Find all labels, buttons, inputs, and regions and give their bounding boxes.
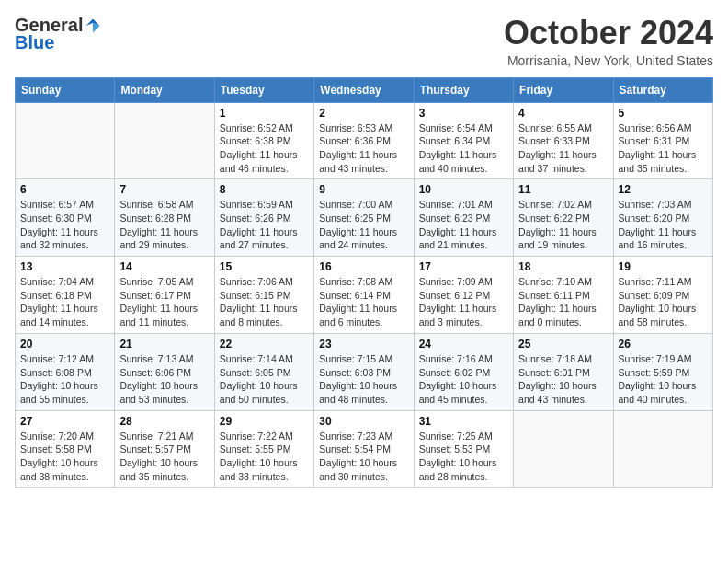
day-number: 10 <box>419 183 508 196</box>
logo: General Blue <box>15 15 101 53</box>
day-number: 17 <box>419 260 508 273</box>
day-info: Sunrise: 7:16 AMSunset: 6:02 PMDaylight:… <box>419 352 508 407</box>
day-info: Sunrise: 7:09 AMSunset: 6:12 PMDaylight:… <box>419 275 508 329</box>
title-area: October 2024 Morrisania, New York, Unite… <box>504 15 713 68</box>
calendar-week-row: 6Sunrise: 6:57 AMSunset: 6:30 PMDaylight… <box>16 179 713 257</box>
day-number: 11 <box>518 183 608 196</box>
day-number: 3 <box>419 107 508 120</box>
day-number: 24 <box>419 338 508 350</box>
weekday-header-tuesday: Tuesday <box>214 77 313 102</box>
day-number: 16 <box>319 260 408 273</box>
day-info: Sunrise: 7:19 AMSunset: 5:59 PMDaylight:… <box>619 352 708 407</box>
calendar-cell: 22Sunrise: 7:14 AMSunset: 6:05 PMDayligh… <box>214 333 313 410</box>
day-number: 4 <box>518 107 608 120</box>
day-number: 12 <box>619 183 708 196</box>
day-number: 14 <box>119 260 209 273</box>
day-number: 20 <box>20 338 109 350</box>
calendar-cell: 24Sunrise: 7:16 AMSunset: 6:02 PMDayligh… <box>414 333 513 410</box>
day-info: Sunrise: 7:06 AMSunset: 6:15 PMDaylight:… <box>220 275 309 329</box>
calendar-cell: 20Sunrise: 7:12 AMSunset: 6:08 PMDayligh… <box>16 333 115 410</box>
page-header: General Blue October 2024 Morrisania, Ne… <box>15 15 713 68</box>
day-info: Sunrise: 7:02 AMSunset: 6:22 PMDaylight:… <box>518 198 608 252</box>
day-info: Sunrise: 7:22 AMSunset: 5:55 PMDaylight:… <box>220 430 309 484</box>
day-number: 30 <box>319 415 408 428</box>
calendar-cell: 2Sunrise: 6:53 AMSunset: 6:36 PMDaylight… <box>314 102 414 179</box>
day-number: 8 <box>220 183 309 196</box>
calendar-cell: 29Sunrise: 7:22 AMSunset: 5:55 PMDayligh… <box>214 410 313 488</box>
day-number: 23 <box>319 338 408 350</box>
calendar-table: SundayMondayTuesdayWednesdayThursdayFrid… <box>15 77 713 488</box>
day-info: Sunrise: 7:12 AMSunset: 6:08 PMDaylight:… <box>20 352 109 407</box>
calendar-cell: 27Sunrise: 7:20 AMSunset: 5:58 PMDayligh… <box>16 410 115 488</box>
day-info: Sunrise: 7:14 AMSunset: 6:05 PMDaylight:… <box>220 352 309 407</box>
calendar-cell: 9Sunrise: 7:00 AMSunset: 6:25 PMDaylight… <box>314 179 414 257</box>
day-info: Sunrise: 6:59 AMSunset: 6:26 PMDaylight:… <box>220 198 309 252</box>
day-info: Sunrise: 7:05 AMSunset: 6:17 PMDaylight:… <box>119 275 209 329</box>
weekday-header-thursday: Thursday <box>414 77 513 102</box>
calendar-week-row: 20Sunrise: 7:12 AMSunset: 6:08 PMDayligh… <box>16 333 713 410</box>
day-info: Sunrise: 7:23 AMSunset: 5:54 PMDaylight:… <box>319 430 408 484</box>
calendar-cell: 5Sunrise: 6:56 AMSunset: 6:31 PMDaylight… <box>613 102 712 179</box>
day-info: Sunrise: 7:15 AMSunset: 6:03 PMDaylight:… <box>319 352 408 407</box>
calendar-cell: 19Sunrise: 7:11 AMSunset: 6:09 PMDayligh… <box>613 257 712 334</box>
weekday-header-sunday: Sunday <box>16 77 115 102</box>
month-title: October 2024 <box>504 15 713 52</box>
calendar-cell: 3Sunrise: 6:54 AMSunset: 6:34 PMDaylight… <box>414 102 513 179</box>
day-number: 21 <box>119 338 209 350</box>
day-number: 13 <box>20 260 109 273</box>
calendar-cell: 31Sunrise: 7:25 AMSunset: 5:53 PMDayligh… <box>414 410 513 488</box>
weekday-header-saturday: Saturday <box>613 77 712 102</box>
day-info: Sunrise: 7:18 AMSunset: 6:01 PMDaylight:… <box>518 352 608 407</box>
calendar-cell: 8Sunrise: 6:59 AMSunset: 6:26 PMDaylight… <box>214 179 313 257</box>
calendar-cell <box>16 102 115 179</box>
calendar-cell: 25Sunrise: 7:18 AMSunset: 6:01 PMDayligh… <box>514 333 613 410</box>
calendar-cell: 16Sunrise: 7:08 AMSunset: 6:14 PMDayligh… <box>314 257 414 334</box>
calendar-cell: 10Sunrise: 7:01 AMSunset: 6:23 PMDayligh… <box>414 179 513 257</box>
calendar-cell <box>514 410 613 488</box>
calendar-cell: 17Sunrise: 7:09 AMSunset: 6:12 PMDayligh… <box>414 257 513 334</box>
calendar-cell: 28Sunrise: 7:21 AMSunset: 5:57 PMDayligh… <box>115 410 214 488</box>
day-number: 29 <box>220 415 309 428</box>
day-info: Sunrise: 7:10 AMSunset: 6:11 PMDaylight:… <box>518 275 608 329</box>
day-info: Sunrise: 6:53 AMSunset: 6:36 PMDaylight:… <box>319 121 408 176</box>
weekday-header-wednesday: Wednesday <box>314 77 414 102</box>
day-info: Sunrise: 6:58 AMSunset: 6:28 PMDaylight:… <box>119 198 209 252</box>
calendar-cell: 11Sunrise: 7:02 AMSunset: 6:22 PMDayligh… <box>514 179 613 257</box>
day-number: 7 <box>119 183 209 196</box>
day-number: 15 <box>220 260 309 273</box>
calendar-cell: 1Sunrise: 6:52 AMSunset: 6:38 PMDaylight… <box>214 102 313 179</box>
day-number: 31 <box>419 415 508 428</box>
day-number: 5 <box>619 107 708 120</box>
logo-blue: Blue <box>15 32 54 53</box>
day-info: Sunrise: 7:20 AMSunset: 5:58 PMDaylight:… <box>20 430 109 484</box>
day-number: 26 <box>619 338 708 350</box>
calendar-cell <box>115 102 214 179</box>
calendar-week-row: 27Sunrise: 7:20 AMSunset: 5:58 PMDayligh… <box>16 410 713 488</box>
day-info: Sunrise: 6:54 AMSunset: 6:34 PMDaylight:… <box>419 121 508 176</box>
calendar-cell: 7Sunrise: 6:58 AMSunset: 6:28 PMDaylight… <box>115 179 214 257</box>
weekday-header-row: SundayMondayTuesdayWednesdayThursdayFrid… <box>16 77 713 102</box>
calendar-cell: 13Sunrise: 7:04 AMSunset: 6:18 PMDayligh… <box>16 257 115 334</box>
day-info: Sunrise: 6:56 AMSunset: 6:31 PMDaylight:… <box>619 121 708 176</box>
day-info: Sunrise: 6:57 AMSunset: 6:30 PMDaylight:… <box>20 198 109 252</box>
calendar-cell: 6Sunrise: 6:57 AMSunset: 6:30 PMDaylight… <box>16 179 115 257</box>
day-number: 2 <box>319 107 408 120</box>
day-number: 19 <box>619 260 708 273</box>
calendar-cell: 15Sunrise: 7:06 AMSunset: 6:15 PMDayligh… <box>214 257 313 334</box>
day-number: 1 <box>220 107 309 120</box>
calendar-cell: 23Sunrise: 7:15 AMSunset: 6:03 PMDayligh… <box>314 333 414 410</box>
weekday-header-monday: Monday <box>115 77 214 102</box>
calendar-cell: 4Sunrise: 6:55 AMSunset: 6:33 PMDaylight… <box>514 102 613 179</box>
day-info: Sunrise: 6:52 AMSunset: 6:38 PMDaylight:… <box>220 121 309 176</box>
day-info: Sunrise: 6:55 AMSunset: 6:33 PMDaylight:… <box>518 121 608 176</box>
calendar-cell: 21Sunrise: 7:13 AMSunset: 6:06 PMDayligh… <box>115 333 214 410</box>
day-info: Sunrise: 7:00 AMSunset: 6:25 PMDaylight:… <box>319 198 408 252</box>
day-info: Sunrise: 7:25 AMSunset: 5:53 PMDaylight:… <box>419 430 508 484</box>
calendar-week-row: 1Sunrise: 6:52 AMSunset: 6:38 PMDaylight… <box>16 102 713 179</box>
day-info: Sunrise: 7:01 AMSunset: 6:23 PMDaylight:… <box>419 198 508 252</box>
day-number: 22 <box>220 338 309 350</box>
day-info: Sunrise: 7:04 AMSunset: 6:18 PMDaylight:… <box>20 275 109 329</box>
location: Morrisania, New York, United States <box>504 53 713 68</box>
day-number: 28 <box>119 415 209 428</box>
calendar-cell: 14Sunrise: 7:05 AMSunset: 6:17 PMDayligh… <box>115 257 214 334</box>
